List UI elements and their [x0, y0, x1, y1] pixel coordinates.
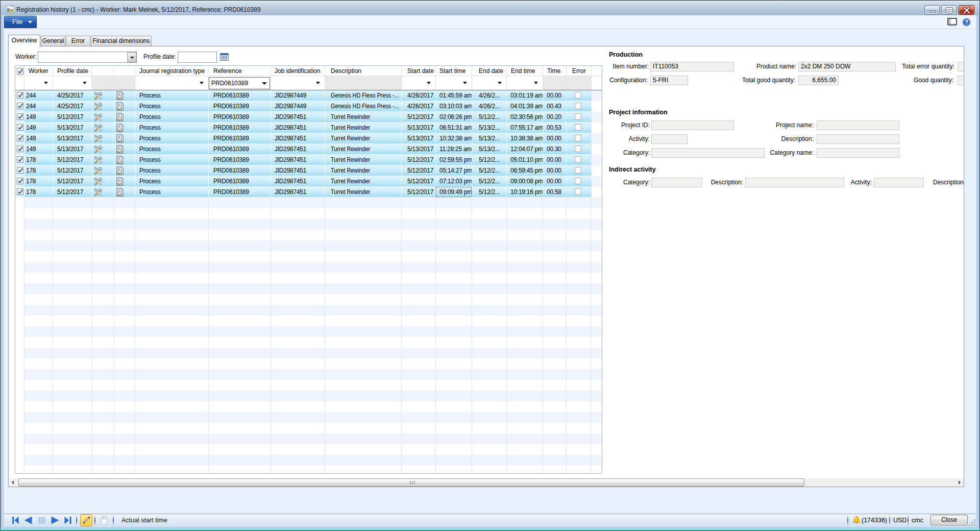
- svg-text:?: ?: [965, 19, 969, 26]
